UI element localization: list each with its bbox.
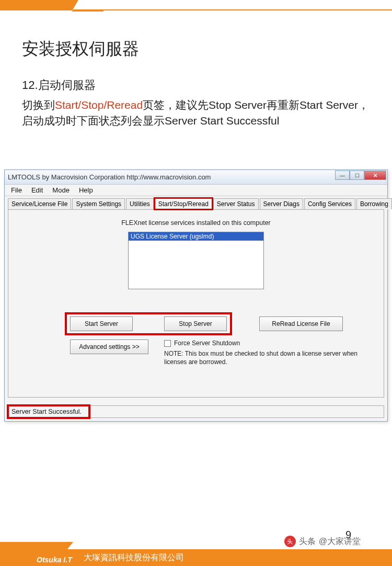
tab-server-diags[interactable]: Server Diags [260,198,303,209]
minimize-button[interactable]: — [335,171,350,180]
attribution-prefix: 头条 [299,536,316,547]
tab-service-license[interactable]: Service/License File [8,198,71,209]
close-icon: ✕ [373,173,377,178]
menu-mode[interactable]: Mode [48,185,74,195]
maximize-icon: ☐ [355,173,360,178]
footer-accent-shape [0,542,73,549]
menu-bar: File Edit Mode Help [5,185,387,196]
slide-content: 安装授权伺服器 12.启动伺服器 切换到Start/Stop/Reread页签，… [22,38,370,129]
force-shutdown-checkbox[interactable] [164,340,171,347]
top-accent-line [73,9,392,10]
window-title: LMTOOLS by Macrovision Corporation http:… [8,173,211,181]
top-accent-shape [0,0,78,10]
tab-bar: Service/License File System Settings Uti… [5,196,387,209]
minimize-icon: — [340,173,345,178]
tab-panel: FLEXnet license services installed on th… [8,209,384,398]
attribution-badge-icon: 头 [284,536,296,547]
force-shutdown-label: Force Server Shutdown [174,339,240,347]
step-heading: 12.启动伺服器 [22,77,370,93]
list-item-selected[interactable]: UGS License Server (ugslmd) [129,232,263,241]
window-buttons: — ☐ ✕ [335,171,386,180]
tab-server-status[interactable]: Server Status [213,198,259,209]
reread-license-button[interactable]: ReRead License File [259,316,343,331]
start-server-button[interactable]: Start Server [70,316,133,331]
tab-system-settings[interactable]: System Settings [72,198,125,209]
menu-help[interactable]: Help [75,185,97,195]
tab-start-stop-reread[interactable]: Start/Stop/Reread [155,198,212,209]
force-shutdown-row: Force Server Shutdown [164,339,240,347]
services-label: FLEXnet license services installed on th… [8,219,384,227]
tab-borrowing[interactable]: Borrowing [356,198,392,209]
tab-utilities[interactable]: Utilities [126,198,154,209]
highlight-text: Start/Stop/Reread [55,99,143,111]
menu-edit[interactable]: Edit [27,185,47,195]
footer-logo: Otsuka I.T [37,556,72,564]
footer-company: 大塚資訊科技股份有限公司 [84,552,184,563]
status-bar: Server Start Successful. [8,405,384,418]
menu-file[interactable]: File [7,185,26,195]
maximize-button[interactable]: ☐ [350,171,364,180]
window-titlebar[interactable]: LMTOOLS by Macrovision Corporation http:… [5,170,387,185]
lmtools-window: LMTOOLS by Macrovision Corporation http:… [4,169,388,422]
step-title: 启动伺服器 [38,78,96,92]
close-button[interactable]: ✕ [364,171,386,180]
step-number: 12. [22,78,38,92]
page-title: 安装授权伺服器 [22,38,370,61]
step-description: 切换到Start/Stop/Reread页签，建议先Stop Server再重新… [22,97,370,129]
attribution: 头 头条 @大家讲堂 [284,536,361,547]
advanced-settings-button[interactable]: Advanced settings >> [70,339,148,354]
stop-server-button[interactable]: Stop Server [164,316,227,331]
services-listbox[interactable]: UGS License Server (ugslmd) [128,232,264,289]
attribution-handle: @大家讲堂 [319,536,361,547]
status-text: Server Start Successful. [11,408,82,415]
note-text: NOTE: This box must be checked to shut d… [164,350,373,366]
tab-config-services[interactable]: Config Services [304,198,355,209]
